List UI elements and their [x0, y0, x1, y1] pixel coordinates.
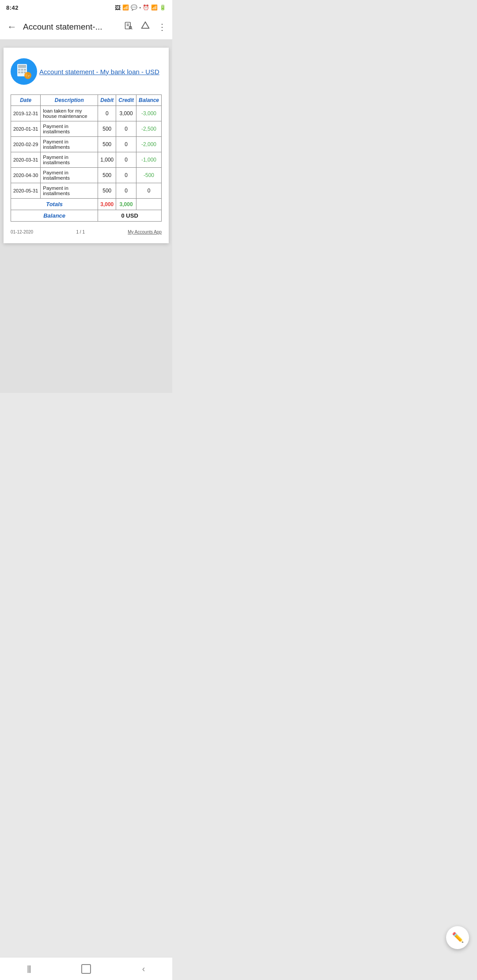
cell-description: Payment in installments [41, 152, 98, 168]
col-header-balance: Balance [136, 95, 161, 106]
cell-debit: 0 [98, 106, 116, 121]
footer-date: 01-12-2020 [11, 230, 33, 234]
cell-credit: 0 [116, 121, 136, 137]
col-header-date: Date [11, 95, 41, 106]
whatsapp-icon: 💬 [131, 4, 137, 11]
svg-rect-12 [21, 69, 23, 71]
svg-line-7 [145, 22, 149, 28]
cell-date: 2020-01-31 [11, 121, 41, 137]
svg-rect-11 [18, 69, 20, 71]
totals-debit: 3,000 [98, 199, 116, 210]
photo-icon: 🖼 [115, 4, 121, 11]
totals-credit: 3,000 [116, 199, 136, 210]
cell-debit: 1,000 [98, 152, 116, 168]
cell-description: Payment in installments [41, 137, 98, 152]
cell-credit: 0 [116, 168, 136, 183]
table-row: 2020-03-31Payment in installments1,0000-… [11, 152, 162, 168]
cell-balance: 0 [136, 183, 161, 199]
back-button[interactable]: ← [5, 19, 19, 34]
battery-icon: 🔋 [159, 4, 166, 11]
svg-line-4 [131, 28, 132, 29]
cell-credit: 0 [116, 152, 136, 168]
col-header-debit: Debit [98, 95, 116, 106]
status-time: 8:42 [6, 4, 19, 11]
table-header-row: Date Description Debit Credit Balance [11, 95, 162, 106]
app-bar: ← Account statement-... ⋮ [0, 14, 172, 40]
search-document-icon[interactable] [124, 21, 133, 32]
svg-rect-15 [21, 72, 23, 73]
cell-date: 2020-05-31 [11, 183, 41, 199]
table-row: 2020-05-31Payment in installments50000 [11, 183, 162, 199]
cell-debit: 500 [98, 137, 116, 152]
doc-title-block: Account statement - My bank loan - USD [37, 67, 162, 76]
cell-date: 2019-12-31 [11, 106, 41, 121]
cell-date: 2020-02-29 [11, 137, 41, 152]
cell-balance: -2,000 [136, 137, 161, 152]
cell-credit: 0 [116, 137, 136, 152]
signal-icon: 📶 [122, 4, 129, 11]
google-drive-icon[interactable] [141, 21, 150, 32]
cell-debit: 500 [98, 121, 116, 137]
dot-icon: • [139, 5, 141, 10]
table-row: 2020-04-30Payment in installments5000-50… [11, 168, 162, 183]
alarm-icon: ⏰ [143, 4, 149, 11]
col-header-description: Description [41, 95, 98, 106]
cell-description: Payment in installments [41, 168, 98, 183]
cell-date: 2020-03-31 [11, 152, 41, 168]
cell-debit: 500 [98, 183, 116, 199]
app-bar-actions: ⋮ [124, 21, 167, 32]
footer-app: My Accounts App [128, 230, 162, 234]
svg-marker-5 [142, 22, 149, 28]
doc-header: ☞ Account statement - My bank loan - USD [11, 58, 162, 85]
totals-row: Totals 3,000 3,000 [11, 199, 162, 210]
svg-rect-13 [24, 69, 26, 71]
document: ☞ Account statement - My bank loan - USD… [4, 48, 169, 243]
status-icons: 🖼 📶 💬 • ⏰ 📶 🔋 [115, 4, 166, 11]
footer-page: 1 / 1 [76, 230, 84, 234]
cell-balance: -2,500 [136, 121, 161, 137]
cell-description: Payment in installments [41, 121, 98, 137]
table-row: 2019-12-31loan taken for my house mainte… [11, 106, 162, 121]
table-row: 2020-02-29Payment in installments5000-2,… [11, 137, 162, 152]
cell-description: loan taken for my house maintenance [41, 106, 98, 121]
doc-title: Account statement - My bank loan - USD [37, 67, 162, 76]
doc-footer: 01-12-2020 1 / 1 My Accounts App [11, 230, 162, 234]
balance-row-label: Balance [11, 210, 98, 222]
svg-rect-14 [18, 72, 20, 73]
cell-date: 2020-04-30 [11, 168, 41, 183]
col-header-credit: Credit [116, 95, 136, 106]
statement-table: Date Description Debit Credit Balance 20… [11, 94, 162, 222]
totals-balance-empty [136, 199, 161, 210]
page-background: ☞ Account statement - My bank loan - USD… [0, 40, 172, 393]
svg-text:☞: ☞ [26, 73, 30, 79]
cell-balance: -1,000 [136, 152, 161, 168]
cell-description: Payment in installments [41, 183, 98, 199]
status-bar: 8:42 🖼 📶 💬 • ⏰ 📶 🔋 [0, 0, 172, 14]
app-bar-title: Account statement-... [23, 22, 124, 32]
cell-balance: -500 [136, 168, 161, 183]
doc-logo: ☞ [11, 58, 37, 85]
cell-balance: -3,000 [136, 106, 161, 121]
balance-row: Balance 0 USD [11, 210, 162, 222]
svg-line-6 [142, 22, 145, 28]
balance-row-value: 0 USD [98, 210, 162, 222]
totals-label: Totals [11, 199, 98, 210]
cell-credit: 3,000 [116, 106, 136, 121]
cell-debit: 500 [98, 168, 116, 183]
more-options-icon[interactable]: ⋮ [158, 22, 167, 32]
table-row: 2020-01-31Payment in installments5000-2,… [11, 121, 162, 137]
cell-credit: 0 [116, 183, 136, 199]
wifi-icon: 📶 [151, 4, 158, 11]
svg-rect-10 [18, 65, 26, 68]
